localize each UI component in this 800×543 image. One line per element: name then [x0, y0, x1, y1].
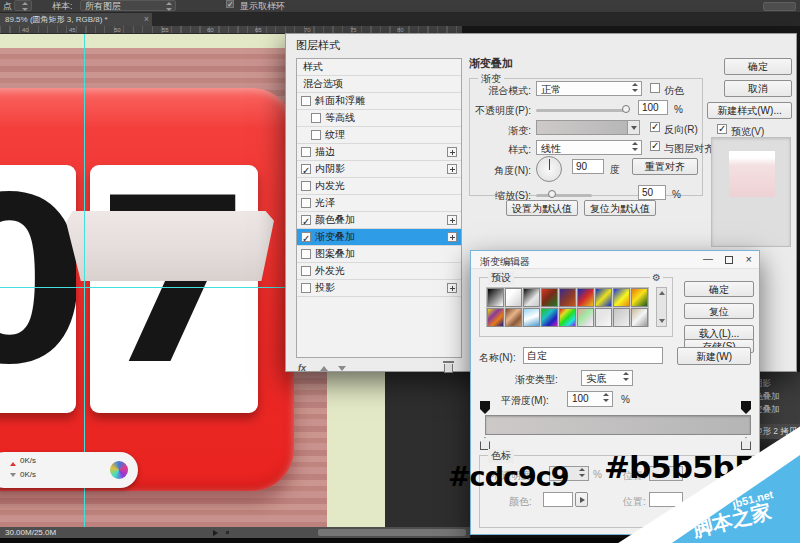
gradient-preset[interactable]	[523, 288, 540, 307]
cancel-button[interactable]: 取消	[724, 80, 792, 97]
status-bar: 30.00M/25.0M	[0, 527, 470, 538]
status-play-icon[interactable]	[213, 530, 221, 536]
opacity-slider[interactable]	[536, 109, 626, 112]
preview-checkbox[interactable]	[717, 124, 727, 134]
checkbox[interactable]	[301, 249, 311, 259]
stop-color-swatch[interactable]	[543, 492, 573, 507]
reverse-checkbox[interactable]	[650, 122, 660, 132]
opacity-input[interactable]: 100	[638, 100, 668, 115]
style-item-styles[interactable]: 样式	[297, 59, 461, 76]
workspace-button-fragment[interactable]	[763, 2, 796, 11]
style-item-gradient-overlay[interactable]: 渐变叠加	[297, 229, 461, 246]
gradient-preset[interactable]	[505, 308, 522, 327]
sample-size-dropdown[interactable]	[14, 0, 32, 11]
name-input[interactable]: 自定	[523, 347, 663, 364]
style-item-color-overlay[interactable]: 颜色叠加	[297, 212, 461, 229]
add-effect-icon[interactable]	[447, 215, 457, 225]
scale-slider-handle[interactable]	[548, 190, 556, 198]
opacity-stop-left[interactable]	[480, 401, 490, 414]
dropdown-arrow-icon[interactable]	[627, 121, 639, 134]
document-tab[interactable]: 89.5% (圆角矩形 3, RGB/8) * ×	[0, 13, 152, 26]
angle-input[interactable]: 90	[572, 159, 604, 174]
gradient-type-select[interactable]: 实底	[581, 370, 633, 386]
checkbox[interactable]	[301, 215, 311, 225]
scale-input[interactable]: 50	[638, 185, 666, 200]
opacity-stop-right[interactable]	[741, 401, 751, 414]
reset-alignment-button[interactable]: 重置对齐	[632, 158, 698, 175]
gradient-preview-bar[interactable]	[485, 415, 751, 435]
gradient-preset[interactable]	[595, 308, 612, 327]
checkbox[interactable]	[301, 283, 311, 293]
dialog-titlebar[interactable]: 渐变编辑器 — ×	[471, 251, 759, 269]
scale-slider[interactable]	[536, 194, 592, 197]
checkbox[interactable]	[301, 147, 311, 157]
close-icon[interactable]: ×	[746, 253, 752, 265]
gradient-preset[interactable]	[523, 308, 540, 327]
style-item-outer-glow[interactable]: 外发光	[297, 263, 461, 280]
ruler-tick-label: 55	[162, 26, 169, 34]
flip-card-right: 7	[90, 165, 258, 413]
percent-label: %	[674, 104, 683, 115]
checkbox[interactable]	[301, 164, 311, 174]
gradient-preset[interactable]	[559, 288, 576, 307]
color-picker-arrow-icon[interactable]	[575, 492, 588, 507]
document-tab-bar: 89.5% (圆角矩形 3, RGB/8) * ×	[0, 13, 800, 26]
checkbox[interactable]	[301, 232, 311, 242]
percent-label: %	[672, 189, 681, 200]
checkbox[interactable]	[311, 130, 321, 140]
gradient-style-select[interactable]: 线性	[536, 140, 642, 155]
horizontal-scrollbar-thumb[interactable]	[318, 529, 466, 536]
add-effect-icon[interactable]	[447, 283, 457, 293]
presets-scrollbar[interactable]	[656, 287, 667, 327]
checkbox[interactable]	[301, 96, 311, 106]
style-item-drop-shadow[interactable]: 投影	[297, 280, 461, 297]
checkbox[interactable]	[301, 198, 311, 208]
new-style-button[interactable]: 新建样式(W)...	[707, 102, 792, 119]
move-effect-down-icon[interactable]	[338, 366, 346, 371]
gradient-preset[interactable]	[487, 308, 504, 327]
gear-icon[interactable]: ⚙	[650, 272, 663, 283]
angle-label: 角度(N):	[419, 164, 531, 178]
angle-dial[interactable]	[536, 156, 562, 182]
style-item-pattern-overlay[interactable]: 图案叠加	[297, 246, 461, 263]
maximize-icon[interactable]	[725, 256, 733, 264]
smoothness-input[interactable]: 100	[567, 391, 613, 407]
checkbox[interactable]	[301, 181, 311, 191]
gradient-preset[interactable]	[541, 308, 558, 327]
gradient-preset[interactable]	[631, 288, 648, 307]
gradient-swatch[interactable]	[536, 120, 640, 135]
add-effect-icon[interactable]	[447, 232, 457, 242]
sample-layers-dropdown[interactable]: 所有图层	[80, 0, 176, 11]
dither-checkbox[interactable]	[650, 83, 660, 93]
gradient-preset[interactable]	[577, 288, 594, 307]
blend-mode-select[interactable]: 正常	[536, 81, 642, 96]
ok-button[interactable]: 确定	[724, 58, 792, 75]
tab-close-icon[interactable]: ×	[144, 13, 149, 26]
gradient-preset[interactable]	[487, 288, 504, 307]
gradient-preset[interactable]	[595, 288, 612, 307]
gradient-preset[interactable]	[613, 288, 630, 307]
align-with-layer-checkbox[interactable]	[650, 141, 660, 151]
reset-button[interactable]: 复位	[684, 303, 754, 319]
new-button[interactable]: 新建(W)	[677, 347, 751, 365]
delete-effect-icon[interactable]	[444, 364, 453, 373]
minimize-icon[interactable]: —	[701, 254, 715, 266]
gradient-preset[interactable]	[505, 288, 522, 307]
fx-icon[interactable]: fx	[298, 363, 306, 373]
gradient-preset[interactable]	[577, 308, 594, 327]
gradient-preset[interactable]	[631, 308, 648, 327]
reset-default-button[interactable]: 复位为默认值	[584, 200, 656, 216]
presets-group-box: 预设 ⚙	[479, 277, 673, 337]
checkbox[interactable]	[301, 266, 311, 276]
show-sampling-ring-checkbox[interactable]	[226, 0, 234, 8]
set-default-button[interactable]: 设置为默认值	[506, 200, 578, 216]
opacity-slider-handle[interactable]	[622, 105, 630, 113]
ok-button[interactable]: 确定	[684, 281, 754, 297]
gradient-preset[interactable]	[613, 308, 630, 327]
move-effect-up-icon[interactable]	[320, 366, 328, 371]
checkbox[interactable]	[311, 113, 321, 123]
percent-label: %	[621, 394, 630, 405]
gradient-preset[interactable]	[541, 288, 558, 307]
gradient-preset[interactable]	[559, 308, 576, 327]
show-sampling-ring-label: 显示取样环	[240, 0, 285, 13]
